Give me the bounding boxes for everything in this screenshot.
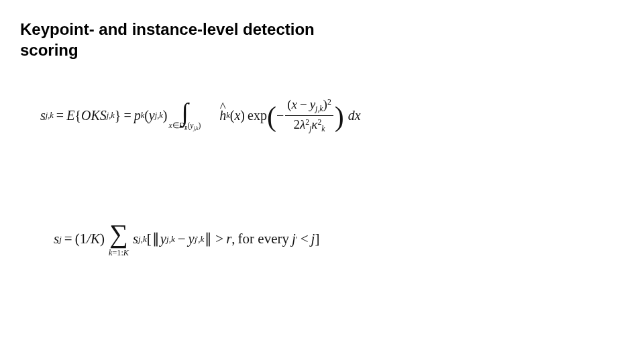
oks: OKS <box>81 108 107 123</box>
norm-open: ∥ <box>152 231 160 247</box>
equation-instance-score: s j = (1/K) ∑ k=1:K s j,k [ ∥ y j,k − y … <box>54 221 319 257</box>
p-arg-y: y <box>149 108 155 123</box>
norm-close: ∥ <box>205 231 212 247</box>
h-hat: h <box>219 108 226 123</box>
brace-open: { <box>74 108 81 123</box>
equals-2: = <box>123 108 131 123</box>
rbracket: ] <box>315 231 319 247</box>
minus-2: − <box>178 231 186 247</box>
den-lambda: λ <box>300 117 305 131</box>
var-sj: s <box>54 231 59 247</box>
equals-1: = <box>56 108 64 123</box>
num-minus: − <box>300 97 307 111</box>
sum-K: K <box>123 248 129 257</box>
jprime-prime: ′ <box>296 234 298 244</box>
equation-keypoint-score: s j,k = E { OKS j,k } = p k ( y j,k ) ∫ … <box>40 97 361 134</box>
dx-d: d <box>348 108 355 123</box>
sub-jk: j,k <box>46 111 54 120</box>
int-lower-in: ∈ <box>172 121 179 130</box>
int-lower-D: D <box>179 121 184 130</box>
sj-sub: j <box>59 234 62 244</box>
den-2: 2 <box>293 117 300 131</box>
neg-sign: − <box>276 108 284 123</box>
sum-s: s <box>133 231 138 247</box>
h-arg: x <box>234 108 240 123</box>
brace-close: } <box>115 108 121 123</box>
y1-sub: j,k <box>166 234 175 244</box>
y2-sub-k: ,k <box>198 234 204 244</box>
comma: , <box>231 231 235 247</box>
num-y: y <box>310 97 315 111</box>
den-kappa-sub: k <box>321 125 325 133</box>
sum-s-sub: j,k <box>138 234 147 244</box>
oneK-K: K <box>91 231 100 247</box>
var-s: s <box>40 108 46 123</box>
expectation-E: E <box>66 108 74 123</box>
oneK-1: 1 <box>80 231 87 247</box>
sum-symbol: ∑ k=1:K <box>109 221 129 257</box>
exp-fn: exp <box>248 108 267 123</box>
var-r: r <box>226 231 231 247</box>
slide: Keypoint- and instance-level detection s… <box>0 0 644 362</box>
num-x: x <box>292 97 297 111</box>
equals-3: = <box>64 231 72 247</box>
y2: y <box>189 231 195 247</box>
y1: y <box>160 231 166 247</box>
num-y-sub: j,k <box>315 105 323 113</box>
lt-sign: < <box>301 231 309 247</box>
oneK-r: ) <box>100 231 105 247</box>
oks-sub: j,k <box>107 111 115 120</box>
integral-symbol: ∫ x∈DR(yj,k) <box>168 101 201 130</box>
var-p: p <box>134 108 141 123</box>
p-arg-sub: j,k <box>155 111 163 120</box>
dx-x: x <box>355 108 361 123</box>
gt-sign: > <box>215 231 223 247</box>
oneK-l: ( <box>75 231 80 247</box>
slide-title: Keypoint- and instance-level detection s… <box>20 19 329 60</box>
num-squared: 2 <box>327 98 331 107</box>
gaussian-fraction: (x−yj,k)2 2λ2jκ2k <box>285 97 333 134</box>
lbracket: [ <box>147 231 152 247</box>
for-every-text: for every <box>238 231 289 247</box>
